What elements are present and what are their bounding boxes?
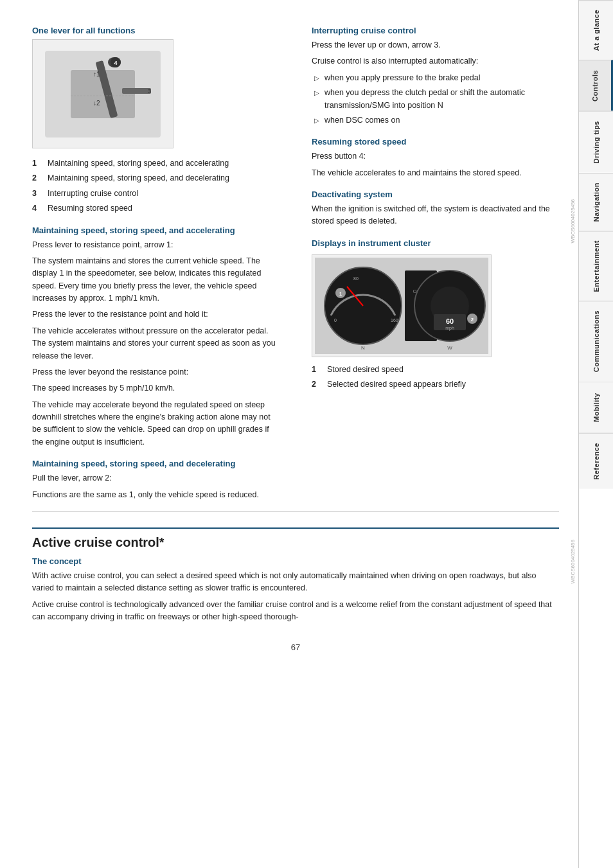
- sidebar: At a glance Controls Driving tips Naviga…: [578, 0, 613, 868]
- sidebar-tab-reference[interactable]: Reference: [579, 433, 613, 489]
- section-divider: [32, 511, 559, 512]
- concept-para2: Active cruise control is technologically…: [32, 599, 559, 624]
- accel-para1: Press lever to resistance point, arrow 1…: [32, 239, 280, 251]
- accel-para6: The speed increases by 5 mph/10 km/h.: [32, 382, 280, 394]
- svg-text:80: 80: [353, 276, 359, 281]
- heading-one-lever: One lever for all functions: [32, 26, 280, 35]
- interrupt-bullets: when you apply pressure to the brake ped…: [312, 72, 559, 127]
- cluster-labels: 1 Stored desired speed 2 Selected desire…: [312, 364, 559, 391]
- concept-heading: The concept: [32, 556, 559, 566]
- accel-para5: Press the lever beyond the resistance po…: [32, 366, 280, 378]
- svg-text:N: N: [361, 345, 365, 351]
- accel-para7: The vehicle may accelerate beyond the re…: [32, 399, 280, 449]
- heading-interrupting: Interrupting cruise control: [312, 26, 559, 35]
- bullet-2: when you depress the clutch pedal or shi…: [312, 87, 559, 112]
- svg-text:↓2: ↓2: [93, 100, 100, 107]
- svg-text:4: 4: [114, 60, 117, 66]
- sidebar-tab-at-a-glance[interactable]: At a glance: [579, 0, 613, 60]
- list-item-3: 3 Interrupting cruise control: [32, 188, 280, 200]
- list-item-4: 4 Resuming stored speed: [32, 202, 280, 215]
- list-item-2: 2 Maintaining speed, storing speed, and …: [32, 172, 280, 184]
- cluster-item-2: 2 Selected desired speed appears briefly: [312, 378, 559, 391]
- watermark-2: WBCS6004025456: [570, 540, 576, 584]
- accel-para2: The system maintains and stores the curr…: [32, 255, 280, 305]
- heading-displays: Displays in instrument cluster: [312, 238, 559, 248]
- cluster-image: 0 160 80 1 OD FD E F: [312, 254, 492, 357]
- concept-para1: With active cruise control, you can sele…: [32, 570, 559, 595]
- page-number: 67: [32, 642, 559, 652]
- accel-para4: The vehicle accelerates without pressure…: [32, 325, 280, 362]
- heading-resuming: Resuming stored speed: [312, 137, 559, 146]
- accel-para3: Press the lever to the resistance point …: [32, 308, 280, 321]
- sidebar-tab-driving-tips[interactable]: Driving tips: [579, 111, 613, 173]
- decel-para1: Pull the lever, arrow 2:: [32, 472, 280, 484]
- svg-text:1: 1: [339, 291, 342, 297]
- lever-image: 4 ↑1 ↓2 3: [32, 39, 173, 148]
- active-cruise-heading: Active cruise control*: [32, 527, 559, 550]
- deactivate-para1: When the ignition is switched off, the s…: [312, 203, 559, 228]
- sidebar-tab-communications[interactable]: Communications: [579, 301, 613, 381]
- cluster-item-1: 1 Stored desired speed: [312, 364, 559, 376]
- heading-deactivating: Deactivating system: [312, 190, 559, 199]
- svg-text:3: 3: [148, 88, 151, 94]
- svg-text:mph: mph: [445, 326, 454, 331]
- resume-para1: Press button 4:: [312, 150, 559, 163]
- heading-maintaining-accelerating: Maintaining speed, storing speed, and ac…: [32, 226, 280, 235]
- bullet-3: when DSC comes on: [312, 114, 559, 127]
- svg-text:↑1: ↑1: [93, 71, 100, 78]
- functions-list: 1 Maintaining speed, storing speed, and …: [32, 157, 280, 215]
- svg-text:60: 60: [446, 317, 454, 325]
- list-item-1: 1 Maintaining speed, storing speed, and …: [32, 157, 280, 170]
- sidebar-tab-mobility[interactable]: Mobility: [579, 382, 613, 433]
- bullet-1: when you apply pressure to the brake ped…: [312, 72, 559, 84]
- sidebar-tab-navigation[interactable]: Navigation: [579, 173, 613, 231]
- svg-text:160: 160: [391, 318, 398, 323]
- heading-maintaining-decelerating: Maintaining speed, storing speed, and de…: [32, 459, 280, 468]
- interrupt-para2: Cruise control is also interrupted autom…: [312, 55, 559, 67]
- svg-text:W: W: [447, 345, 452, 351]
- sidebar-tab-controls[interactable]: Controls: [579, 60, 613, 111]
- resume-para2: The vehicle accelerates to and maintains…: [312, 167, 559, 179]
- svg-text:0: 0: [334, 318, 337, 323]
- svg-text:2: 2: [471, 317, 474, 323]
- sidebar-tab-entertainment[interactable]: Entertainment: [579, 231, 613, 301]
- svg-rect-8: [122, 88, 151, 94]
- watermark-1: WBCS6004025456: [570, 199, 576, 244]
- interrupt-para1: Press the lever up or down, arrow 3.: [312, 39, 559, 51]
- decel-para2: Functions are the same as 1, only the ve…: [32, 489, 280, 501]
